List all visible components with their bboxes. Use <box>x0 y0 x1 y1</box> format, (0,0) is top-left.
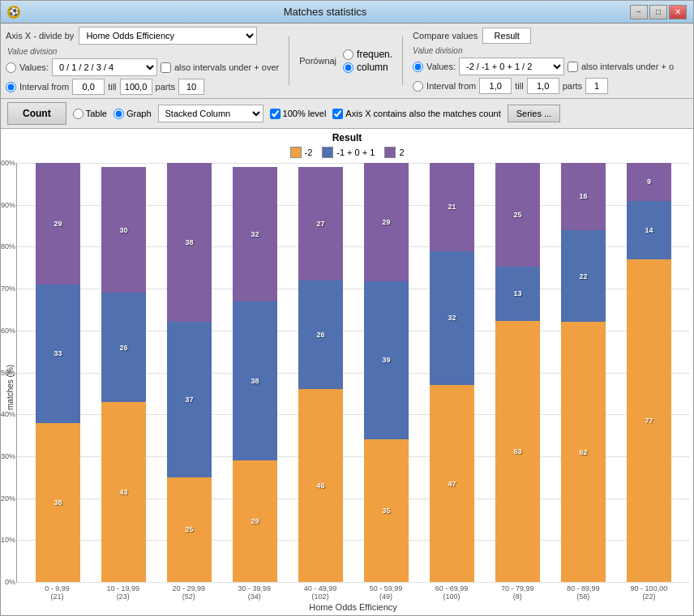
frequen-label: frequen. <box>357 49 392 60</box>
parts-input-right[interactable] <box>585 78 608 94</box>
graph-label: Graph <box>126 109 152 118</box>
axis-x-matches-check[interactable] <box>332 109 343 119</box>
interval-till-input-left[interactable] <box>120 79 152 95</box>
divider-2 <box>402 36 403 85</box>
bar-segment-9-0: 77 <box>627 259 671 582</box>
compare-values-input[interactable] <box>482 28 531 44</box>
chart-plot: 0%10%20%30%40%50%60%70%80%90%100%3833294… <box>16 163 690 583</box>
divider-1 <box>289 36 289 85</box>
bar-segment-8-2: 16 <box>561 163 606 230</box>
top-toolbar: Axis X - divide by Home Odds Efficiency … <box>1 24 693 99</box>
interval-from-label-left: Interval from <box>19 82 69 92</box>
axis-x-section: Axis X - divide by Home Odds Efficiency … <box>6 27 279 95</box>
y-tick-90: 90% <box>1 201 15 209</box>
interval-till-input-right[interactable] <box>527 78 559 94</box>
bar-segment-7-1: 13 <box>495 267 540 321</box>
x-tick-5: 50 - 59,99(49) <box>364 584 409 601</box>
chart-title: Result <box>4 132 690 143</box>
frequen-radio[interactable] <box>343 49 353 60</box>
bar-segment-9-2: 9 <box>627 163 671 201</box>
compare-values-label: Compare values <box>413 31 478 41</box>
legend-item-neg1: -1 + 0 + 1 <box>322 147 375 158</box>
values-label-left: Values: <box>19 62 49 72</box>
value-division-label-right: Value division <box>413 46 462 55</box>
count-button[interactable]: Count <box>7 102 66 125</box>
y-tick-50: 50% <box>1 369 15 377</box>
interval-from-input-right[interactable] <box>479 78 512 94</box>
bar-group-6: 473221 <box>430 163 474 582</box>
axis-x-label: Axis X - divide by <box>6 31 74 41</box>
axis-x-row: Axis X - divide by Home Odds Efficiency <box>6 27 279 45</box>
compare-row: Compare values <box>413 28 674 44</box>
values-dropdown-right[interactable]: -2 / -1 + 0 + 1 / 2 <box>459 58 564 75</box>
parts-input-left[interactable] <box>178 79 204 95</box>
bar-group-8: 622216 <box>561 163 606 582</box>
interval-row-right: Interval from till parts <box>413 78 674 94</box>
window-title: Matches statistics <box>20 6 630 18</box>
bar-segment-2-0: 25 <box>167 477 212 582</box>
radio-group-column: frequen. column <box>343 49 392 73</box>
minimize-button[interactable]: − <box>630 5 648 19</box>
graph-type-dropdown[interactable]: Stacked Column <box>158 105 263 122</box>
x-tick-3: 30 - 39,99(34) <box>232 584 276 601</box>
interval-radio-left[interactable] <box>6 82 16 92</box>
values-radio-right[interactable] <box>413 62 423 72</box>
bar-segment-7-2: 25 <box>495 163 540 267</box>
y-axis-label: matches (%) <box>4 163 16 612</box>
also-intervals-check-left[interactable] <box>161 62 171 73</box>
level100-text: 100% level <box>283 109 327 118</box>
bar-segment-5-1: 39 <box>364 281 409 440</box>
bar-segment-7-0: 63 <box>495 321 540 582</box>
bar-group-0: 383329 <box>36 163 80 582</box>
bar-segment-1-1: 26 <box>101 293 146 401</box>
column-label: column <box>357 62 388 73</box>
value-division-row-right: Value division <box>413 46 674 55</box>
main-window: ⚽ Matches statistics − □ ✕ Axis X - divi… <box>0 0 694 616</box>
interval-from-input-left[interactable] <box>72 79 105 95</box>
title-bar: ⚽ Matches statistics − □ ✕ <box>1 1 693 24</box>
table-radio-label[interactable]: Table <box>73 109 107 119</box>
y-tick-30: 30% <box>1 452 15 460</box>
bar-segment-5-2: 29 <box>364 163 409 281</box>
bar-group-2: 253738 <box>167 163 212 582</box>
interval-radio-right[interactable] <box>413 81 423 92</box>
bar-segment-0-0: 38 <box>36 423 80 582</box>
values-dropdown-left[interactable]: 0 / 1 / 2 / 3 / 4 <box>52 58 157 76</box>
values-radio-left[interactable] <box>6 62 16 73</box>
column-radio[interactable] <box>343 62 353 73</box>
legend-label-neg1: -1 + 0 + 1 <box>336 148 375 157</box>
level100-check[interactable] <box>270 109 281 119</box>
bar-segment-2-2: 38 <box>167 163 212 322</box>
till-label-left: till <box>108 82 116 92</box>
porownaj-row: Porównaj frequen. column <box>299 49 392 73</box>
table-radio[interactable] <box>73 109 84 119</box>
axis-x-matches-label[interactable]: Axis X contains also the matches count <box>332 109 500 119</box>
graph-radio[interactable] <box>114 109 124 119</box>
y-tick-40: 40% <box>1 410 15 418</box>
bar-segment-9-1: 14 <box>627 201 671 259</box>
column-radio-label[interactable]: column <box>343 62 392 73</box>
bar-segment-8-0: 62 <box>561 322 606 582</box>
bar-segment-6-2: 21 <box>430 163 474 251</box>
series-button[interactable]: Series ... <box>508 105 560 122</box>
values-row-left: Values: 0 / 1 / 2 / 3 / 4 also intervals… <box>6 58 279 76</box>
level100-label[interactable]: 100% level <box>270 109 327 119</box>
bar-group-7: 631325 <box>495 163 540 582</box>
bar-segment-6-0: 47 <box>430 385 474 582</box>
bar-segment-1-0: 43 <box>101 402 146 582</box>
chart-area: matches (%) 0%10%20%30%40%50%60%70%80%90… <box>4 163 690 612</box>
grid-line-0 <box>17 582 690 583</box>
interval-from-label-right: Interval from <box>426 81 476 91</box>
maximize-button[interactable]: □ <box>649 5 667 19</box>
axis-x-dropdown[interactable]: Home Odds Efficiency <box>79 27 257 45</box>
chart-inner: 0%10%20%30%40%50%60%70%80%90%100%3833294… <box>16 163 690 612</box>
graph-radio-label[interactable]: Graph <box>114 109 152 119</box>
bar-segment-4-2: 27 <box>298 167 343 280</box>
close-button[interactable]: ✕ <box>669 5 687 19</box>
bar-group-3: 293832 <box>233 163 277 582</box>
bar-segment-1-2: 30 <box>101 167 146 293</box>
compare-section: Compare values Value division Values: -2… <box>413 28 674 94</box>
y-tick-20: 20% <box>1 494 15 503</box>
frequen-radio-label[interactable]: frequen. <box>343 49 392 60</box>
also-intervals-check-right[interactable] <box>568 62 578 72</box>
